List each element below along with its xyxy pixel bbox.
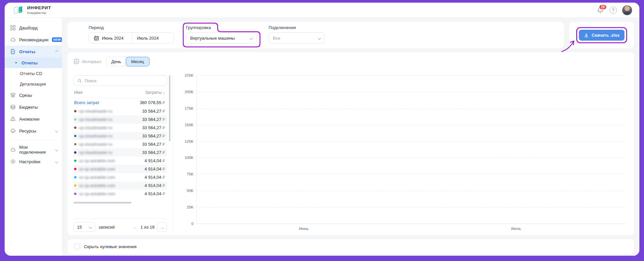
sidebar-item-label: Дашборд [19, 25, 38, 30]
period-to-field[interactable]: Июль 2024 [132, 33, 174, 43]
chart-plot: 225K200K175K150K125K100K75K50K25K0 [196, 75, 625, 224]
horizontal-scrollbar[interactable] [73, 202, 131, 204]
row-cost: 4 914,04 [145, 175, 161, 180]
chevron-up-icon [55, 50, 59, 53]
sidebar-item-label: Отчеты [21, 60, 38, 65]
pagination: 15 записей ← 1 из 19 → [73, 218, 167, 232]
table-row[interactable]: cp-cloudmaster-ru33 564,27₽ [73, 148, 167, 157]
chevron-down-icon [250, 36, 253, 40]
sort-desc-icon: ↓ [163, 90, 165, 95]
table-row[interactable]: sz-cp-astrakite-com4 914,04₽ [73, 173, 167, 181]
help-icon: ? [612, 8, 614, 13]
total-costs-link[interactable]: Всего затрат [74, 100, 100, 105]
sidebar-divider [9, 140, 57, 140]
row-cost: 4 914,04 [145, 183, 161, 188]
gridline [197, 92, 625, 92]
sidebar-item-reports-sub[interactable]: •Отчеты [5, 57, 62, 68]
sidebar-item-resources[interactable]: Ресурсы [5, 125, 62, 137]
series-color-dot [74, 184, 76, 187]
active-bullet: • [15, 60, 17, 65]
sidebar-item-reports[interactable]: Отчеты [5, 46, 62, 57]
coins-icon [10, 104, 16, 110]
next-page-button[interactable]: → [157, 222, 167, 232]
sidebar-item-slices[interactable]: Срезы [5, 89, 62, 101]
sidebar-item-recommendations[interactable]: РекомендацииNEW [5, 34, 62, 46]
calendar-icon [94, 35, 99, 41]
table-row[interactable]: sz-cp-astrakite-com4 914,04₽ [73, 181, 167, 190]
ruble-sign: ₽ [162, 100, 165, 105]
download-label: Скачать .xlsx [592, 33, 620, 38]
table-row[interactable]: sz-cp-astrakite-com4 914,04₽ [73, 157, 167, 165]
sidebar-item-reports-cd[interactable]: Отчеты CD [5, 68, 62, 79]
records-label: записей [99, 225, 114, 230]
connections-select[interactable]: Все [269, 32, 325, 44]
column-name[interactable]: Имя [74, 90, 82, 95]
sidebar-item-label: Отчеты CD [20, 71, 42, 76]
sidebar-item-label: Бюджеты [19, 105, 38, 110]
sidebar-item-detailing[interactable]: Детализация [5, 79, 62, 89]
sidebar-item-dashboard[interactable]: Дашборд [5, 22, 62, 34]
table-row[interactable]: cp-cloudmaster-ru33 564,27₽ [73, 124, 167, 132]
column-cost-sort[interactable]: Затраты ↓ [145, 90, 165, 95]
series-color-dot [74, 176, 76, 178]
help-button[interactable]: ? [610, 7, 617, 14]
user-avatar[interactable] [622, 5, 632, 15]
download-xlsx-button[interactable]: Скачать .xlsx [579, 30, 624, 41]
sidebar-item-settings[interactable]: Настройки [5, 156, 62, 168]
cloud-icon [10, 147, 16, 153]
row-cost: 33 564,27 [142, 109, 161, 114]
row-cost: 4 914,04 [145, 158, 161, 163]
gridline [197, 125, 625, 125]
cloud-up-icon [10, 128, 16, 134]
period-from-field[interactable]: Июнь 2024 [89, 33, 132, 43]
sidebar-item-label: Настройки [19, 159, 40, 164]
table-rows: cp-cloudmaster-ru33 564,27₽cp-cloudmaste… [73, 107, 167, 198]
row-name: sz-cp-astrakite-com [79, 159, 115, 163]
search-icon [77, 78, 82, 83]
row-name: cp-cloudmaster-ru [79, 150, 112, 155]
row-name: cp-cloudmaster-ru [79, 142, 112, 147]
options-panel: Скрыть нулевые значения [67, 239, 634, 254]
notifications-button[interactable]: 29 [596, 6, 604, 14]
grouping-select[interactable]: Виртуальные машины [186, 32, 257, 44]
interval-month-button[interactable]: Месяц [126, 57, 149, 66]
chart-xaxis: ИюньИюль [196, 224, 625, 232]
grouping-value: Виртуальные машины [190, 36, 235, 41]
table-row[interactable]: cp-cloudmaster-ru33 564,27₽ [73, 132, 167, 140]
period-range-picker[interactable]: Июнь 2024 Июль 2024 [89, 32, 174, 44]
sidebar-item-connections[interactable]: Мои подключения [5, 144, 62, 156]
brand-logo[interactable]: Кл ИНФЕРИТ Клаудмастер [13, 6, 51, 15]
search-box[interactable] [73, 75, 167, 86]
interval-day-button[interactable]: День [106, 57, 126, 66]
sidebar-item-anomalies[interactable]: Аномалии [5, 113, 62, 125]
page-size-select[interactable]: 15 [73, 222, 95, 232]
table-row-total[interactable]: Всего затрат 380 076,55₽ [73, 98, 167, 107]
table-row[interactable]: cp-cloudmaster-ru33 564,27₽ [73, 115, 167, 124]
row-name: cp-cloudmaster-ru [79, 109, 112, 114]
gridline [197, 207, 625, 207]
ruble-sign: ₽ [162, 133, 165, 138]
sidebar-item-label: Мои подключения [19, 145, 52, 155]
dashboard-icon [10, 25, 16, 31]
chevron-down-icon [318, 36, 321, 40]
brand-name: ИНФЕРИТ [27, 6, 51, 10]
prev-page-button[interactable]: ← [133, 224, 138, 230]
table-row[interactable]: sz-cp-astrakite-com4 914,04₽ [73, 190, 167, 198]
row-name: cp-cloudmaster-ru [79, 134, 112, 138]
stacked-bar-chart: 225K200K175K150K125K100K75K50K25K0 ИюньИ… [173, 75, 628, 232]
warning-icon [10, 116, 16, 122]
ruble-sign: ₽ [162, 117, 165, 122]
vertical-scrollbar[interactable] [169, 75, 170, 141]
table-row[interactable]: cp-cloudmaster-ru33 564,27₽ [73, 140, 167, 148]
sidebar-item-budgets[interactable]: Бюджеты [5, 101, 62, 113]
download-icon [584, 33, 589, 38]
table-row[interactable]: sz-cp-astrakite-com4 914,04₽ [73, 165, 167, 173]
brand-subtitle: Клаудмастер [27, 11, 51, 15]
filters-panel: Период Июнь 2024 [67, 22, 564, 48]
table-row[interactable]: cp-cloudmaster-ru33 564,27₽ [73, 107, 167, 115]
y-tick-label: 75K [178, 172, 193, 176]
hide-zero-checkbox[interactable] [74, 243, 80, 249]
ruble-sign: ₽ [162, 125, 165, 130]
hide-zero-label: Скрыть нулевые значения [84, 244, 137, 249]
search-input[interactable] [85, 78, 163, 83]
